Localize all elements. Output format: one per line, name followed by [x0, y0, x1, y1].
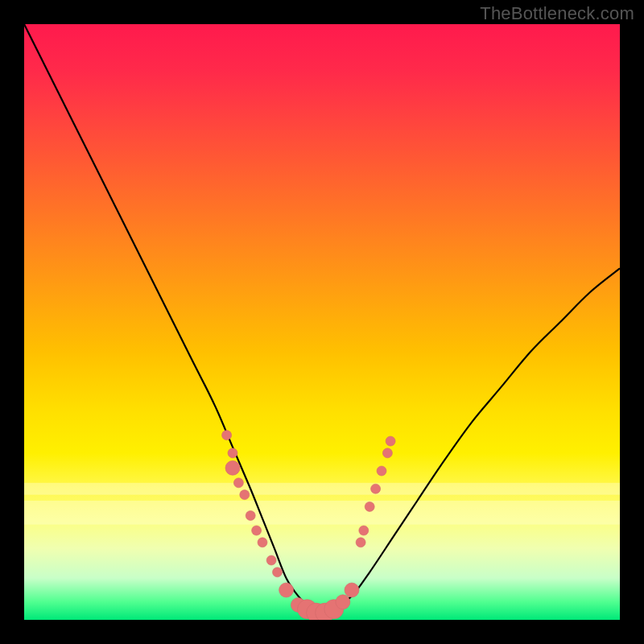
- chart-svg: [24, 24, 620, 620]
- data-marker: [279, 583, 294, 597]
- data-marker: [233, 478, 243, 488]
- data-marker: [225, 460, 240, 475]
- pale-band: [24, 501, 620, 525]
- data-marker: [222, 431, 232, 440]
- plot-area: [24, 24, 620, 620]
- data-marker: [371, 484, 381, 493]
- data-marker: [240, 490, 250, 500]
- data-marker: [252, 526, 262, 535]
- watermark-text: TheBottleneck.com: [480, 3, 634, 24]
- chart-frame: TheBottleneck.com: [0, 0, 644, 644]
- data-marker: [359, 526, 369, 535]
- data-marker: [356, 538, 365, 547]
- data-markers-layer: [222, 431, 396, 620]
- pale-band: [24, 483, 620, 495]
- data-marker: [228, 448, 237, 458]
- data-marker: [345, 583, 359, 597]
- bottleneck-curve: [24, 24, 620, 614]
- data-marker: [246, 511, 255, 521]
- data-marker: [365, 502, 374, 511]
- data-marker: [382, 448, 392, 458]
- data-marker: [258, 538, 267, 547]
- pale-bands-layer: [24, 483, 620, 525]
- data-marker: [386, 436, 395, 446]
- data-marker: [273, 568, 283, 577]
- data-marker: [336, 595, 350, 609]
- data-marker: [377, 466, 386, 476]
- data-marker: [266, 555, 276, 565]
